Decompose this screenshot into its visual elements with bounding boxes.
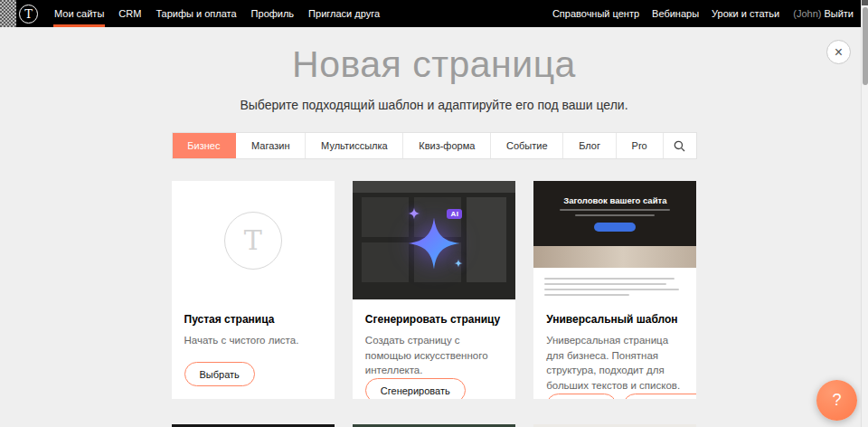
nav-item-invite-friend[interactable]: Пригласи друга [301, 0, 387, 27]
card-body: Сгенерировать страницу Создать страницу … [353, 299, 515, 399]
tab-event[interactable]: Событие [491, 133, 563, 158]
ai-generate-thumbnail[interactable]: AI [353, 181, 515, 299]
nav-item-webinars[interactable]: Вебинары [646, 0, 705, 27]
preview-button[interactable]: Посмотреть [623, 394, 696, 399]
tab-label: Магазин [251, 140, 289, 151]
tab-blog[interactable]: Блог [563, 133, 616, 158]
close-button[interactable]: × [826, 40, 851, 64]
topbar-left-menu: Мои сайты CRM Тарифы и оплата Профиль Пр… [47, 0, 387, 27]
tilda-watermark-letter: T [244, 224, 262, 256]
nav-item-lessons[interactable]: Уроки и статьи [705, 0, 786, 27]
preview-hero: Заголовок вашего сайта [533, 181, 696, 246]
template-card-ai-generate: AI Сгенерировать страницу Создать страни… [353, 181, 515, 399]
nav-label: Справочный центр [552, 8, 639, 19]
choose-button[interactable]: Выбрать [546, 394, 617, 399]
nav-item-tariffs[interactable]: Тарифы и оплата [148, 0, 243, 27]
preview-text-line [560, 209, 670, 211]
universal-thumbnail[interactable]: Заголовок вашего сайта [533, 181, 696, 299]
card-title: Пустая страница [184, 313, 322, 326]
nav-label: Вебинары [652, 8, 699, 19]
tab-shop[interactable]: Магазин [236, 133, 306, 158]
topbar-right-menu: Справочный центр Вебинары Уроки и статьи… [546, 0, 854, 27]
search-tab-button[interactable] [664, 133, 696, 158]
page-subtitle: Выберите подходящий шаблон и адаптируйте… [0, 98, 868, 112]
preview-text-line [544, 283, 665, 285]
preview-text-block [533, 268, 696, 299]
card-actions: Выбрать [184, 362, 322, 386]
generate-button[interactable]: Сгенерировать [365, 378, 466, 399]
card-description: Начать с чистого листа. [184, 333, 322, 348]
nav-label: Мои сайты [54, 8, 104, 19]
nav-label: Тарифы и оплата [156, 8, 236, 19]
tab-pro[interactable]: Pro [617, 133, 664, 158]
close-icon: × [835, 45, 843, 60]
nav-label: Пригласи друга [308, 8, 380, 19]
help-button[interactable]: ? [816, 380, 857, 421]
thumb-decor [467, 197, 506, 282]
nav-item-profile[interactable]: Профиль [244, 0, 302, 27]
preview-text-line [544, 278, 675, 280]
scrollbar[interactable] [861, 0, 868, 427]
tab-business[interactable]: Бизнес [173, 133, 237, 158]
card-description: Создать страницу с помощью искусственног… [365, 333, 503, 378]
preview-text-line [544, 289, 679, 290]
template-card-blank-page: T Пустая страница Начать с чистого листа… [172, 181, 335, 399]
tab-quiz-form[interactable]: Квиз-форма [403, 133, 491, 158]
tab-label: Событие [506, 140, 548, 151]
category-tabs: Бизнес Магазин Мультиссылка Квиз-форма С… [172, 132, 697, 159]
choose-button[interactable]: Выбрать [184, 362, 255, 386]
blank-page-thumbnail[interactable]: T [172, 181, 335, 299]
card-actions: Сгенерировать [365, 378, 503, 399]
logout-link[interactable]: Выйти [824, 8, 854, 19]
template-grid: T Пустая страница Начать с чистого листа… [172, 181, 697, 427]
thumb-decor [362, 242, 409, 282]
sparkle-icon [408, 207, 420, 220]
preview-cta-button [594, 223, 636, 232]
card-body: Универсальный шаблон Универсальная стран… [533, 299, 696, 399]
card-title: Сгенерировать страницу [365, 313, 503, 326]
tab-label: Бизнес [187, 140, 220, 151]
page-title: Новая страница [0, 43, 868, 86]
nav-item-my-sites[interactable]: Мои сайты [47, 0, 111, 27]
thumb-decor [353, 181, 515, 193]
nav-label: CRM [118, 8, 141, 19]
card-body: Пустая страница Начать с чистого листа. … [172, 299, 335, 399]
preview-heading: Заголовок вашего сайта [563, 195, 666, 205]
sparkle-icon [454, 259, 463, 268]
user-name: (John) [793, 8, 821, 19]
tilda-logo-icon[interactable]: T [19, 5, 38, 24]
topbar: T Мои сайты CRM Тарифы и оплата Профиль … [0, 0, 868, 27]
dither-pattern [0, 0, 16, 27]
tab-label: Мультиссылка [321, 140, 388, 151]
scrollbar-thumb[interactable] [863, 7, 868, 85]
tab-label: Квиз-форма [419, 140, 475, 151]
scrollbar-corner [862, 0, 868, 5]
template-card-universal: Заголовок вашего сайта Универсальный шаб… [533, 181, 696, 399]
nav-item-help-center[interactable]: Справочный центр [546, 0, 646, 27]
preview-photo [533, 246, 696, 268]
tab-label: Блог [579, 140, 600, 151]
ai-badge: AI [447, 209, 462, 219]
card-title: Универсальный шаблон [546, 313, 684, 326]
question-icon: ? [832, 391, 841, 410]
tab-multilink[interactable]: Мультиссылка [306, 133, 403, 158]
tilda-watermark-icon: T [224, 212, 282, 270]
nav-item-crm[interactable]: CRM [111, 0, 148, 27]
tilda-logo-letter: T [24, 7, 33, 21]
thumb-decor [362, 197, 409, 237]
nav-label: Уроки и статьи [712, 8, 779, 19]
tab-label: Pro [632, 140, 647, 151]
nav-label: Профиль [251, 8, 295, 19]
preview-text-line [575, 214, 655, 216]
card-description: Универсальная страница для бизнеса. Поня… [546, 333, 684, 394]
card-actions: Выбрать Посмотреть [546, 394, 684, 399]
preview-text-line [544, 294, 629, 296]
search-icon [674, 140, 685, 152]
